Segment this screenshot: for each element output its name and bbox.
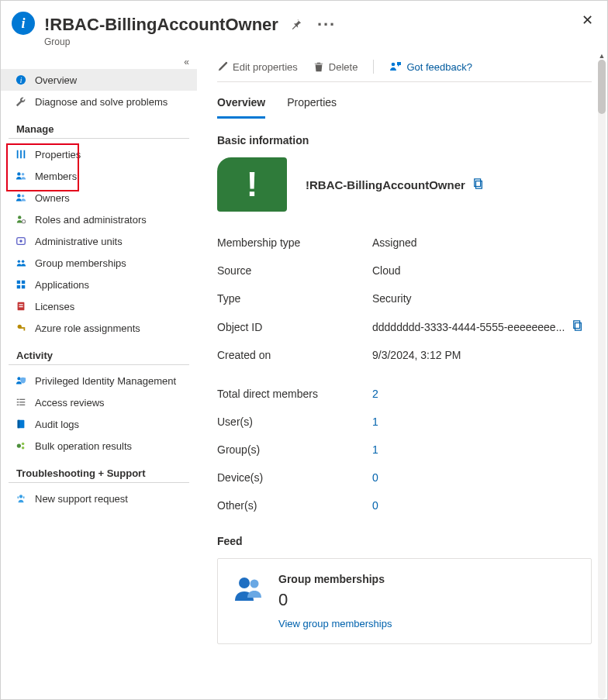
svg-point-13 — [18, 260, 21, 264]
feed-card-body: Group memberships 0 View group membershi… — [278, 573, 392, 629]
sidebar-item-audit-logs[interactable]: Audit logs — [1, 413, 197, 435]
svg-rect-2 — [17, 150, 19, 159]
sidebar-item-roles-and-administrators[interactable]: Roles and administrators — [1, 209, 197, 230]
svg-rect-15 — [17, 281, 20, 284]
scrollbar-track[interactable] — [598, 60, 606, 699]
member-value-link[interactable]: 0 — [372, 471, 592, 484]
scroll-up-button[interactable]: ▲ — [598, 53, 606, 60]
pencil-icon — [217, 61, 228, 72]
sidebar-item-members[interactable]: Members — [1, 165, 197, 187]
feed-card-title: Group memberships — [278, 573, 392, 585]
sidebar-item-label: Privileged Identity Management — [35, 375, 176, 387]
sidebar-item-label: Diagnose and solve problems — [35, 96, 168, 108]
feed-heading: Feed — [217, 535, 592, 547]
tab-overview[interactable]: Overview — [217, 88, 265, 119]
svg-point-8 — [22, 195, 25, 198]
field-object-id: Object IDdddddddd-3333-4444-5555-eeeeeee… — [217, 312, 592, 341]
svg-point-9 — [18, 216, 21, 219]
member-key: Group(s) — [217, 443, 372, 456]
basic-info-heading: Basic information — [217, 134, 592, 147]
toolbar-separator — [373, 60, 374, 74]
sidebar-item-overview[interactable]: iOverview — [1, 69, 197, 91]
support-icon — [15, 492, 27, 505]
pin-icon[interactable] — [288, 16, 305, 35]
sidebar-item-licenses[interactable]: Licenses — [1, 295, 197, 317]
svg-point-14 — [22, 260, 25, 264]
svg-text:i: i — [20, 76, 22, 84]
svg-rect-28 — [17, 402, 19, 402]
sidebar-item-owners[interactable]: Owners — [1, 187, 197, 209]
member-key: User(s) — [217, 416, 372, 428]
svg-point-35 — [22, 443, 25, 446]
sidebar-item-label: Members — [35, 171, 77, 182]
sidebar-item-properties[interactable]: Properties — [1, 143, 197, 165]
field-key: Object ID — [217, 321, 372, 333]
page-subtitle: Group — [44, 36, 582, 47]
sidebar-item-label: New support request — [35, 493, 128, 505]
svg-point-25 — [17, 377, 20, 380]
sidebar-item-label: Roles and administrators — [35, 214, 147, 226]
sidebar-item-access-reviews[interactable]: Access reviews — [1, 391, 197, 413]
copy-object-id-button[interactable] — [572, 320, 583, 333]
member-other-s-: Other(s)0 — [217, 491, 592, 519]
tab-overview-label: Overview — [217, 96, 265, 109]
sidebar-item-label: Owners — [35, 192, 70, 204]
feedback-button[interactable]: Got feedback? — [389, 60, 472, 73]
group-tile: ! — [217, 157, 287, 212]
close-button[interactable]: ✕ — [582, 12, 593, 29]
svg-rect-16 — [22, 281, 25, 284]
sidebar-item-administrative-units[interactable]: Administrative units — [1, 230, 197, 252]
people-icon — [15, 191, 27, 204]
sidebar-item-new-support-request[interactable]: New support request — [1, 488, 197, 509]
tab-properties[interactable]: Properties — [287, 88, 337, 119]
wrench-icon — [15, 95, 27, 108]
feed-card-count: 0 — [278, 590, 392, 610]
more-icon[interactable]: ··· — [314, 12, 339, 38]
svg-rect-27 — [19, 399, 25, 400]
member-value-link[interactable]: 1 — [372, 416, 592, 428]
tab-strip: Overview Properties — [217, 88, 592, 119]
feed-card-group-memberships: Group memberships 0 View group membershi… — [217, 558, 592, 644]
sliders-icon — [15, 148, 27, 160]
group-tile-row: ! !RBAC-BillingAccountOwner — [217, 157, 592, 212]
svg-rect-30 — [17, 405, 19, 405]
group-name-row: !RBAC-BillingAccountOwner — [306, 178, 484, 191]
sidebar-section-activity: Activity — [9, 339, 189, 365]
sidebar-item-privileged-identity-management[interactable]: Privileged Identity Management — [1, 370, 197, 391]
main-content: Edit properties Delete Got feedback? Ove… — [197, 53, 607, 700]
field-created-on: Created on9/3/2024, 3:12 PM — [217, 341, 592, 369]
edit-properties-button[interactable]: Edit properties — [217, 61, 298, 73]
collapse-sidebar-button[interactable]: « — [1, 57, 197, 69]
sidebar-item-label: Azure role assignments — [35, 322, 140, 334]
svg-rect-18 — [22, 285, 25, 288]
sidebar-item-applications[interactable]: Applications — [1, 274, 197, 295]
sidebar-item-label: Group memberships — [35, 257, 126, 269]
member-value-link[interactable]: 0 — [372, 499, 592, 512]
copy-name-button[interactable] — [473, 178, 484, 191]
svg-rect-17 — [17, 285, 20, 288]
info-icon: i — [15, 74, 27, 86]
member-device-s-: Device(s)0 — [217, 464, 592, 491]
svg-point-6 — [22, 173, 25, 176]
sidebar-item-azure-role-assignments[interactable]: Azure role assignments — [1, 317, 197, 339]
member-value-link[interactable]: 1 — [372, 443, 592, 456]
member-key: Other(s) — [217, 499, 372, 512]
field-value: Assigned — [372, 236, 592, 249]
sidebar-item-bulk-operation-results[interactable]: Bulk operation results — [1, 435, 197, 457]
member-key: Total direct members — [217, 388, 372, 400]
svg-point-37 — [19, 495, 22, 498]
sidebar-section-troubleshooting-support: Troubleshooting + Support — [9, 457, 189, 483]
sidebar-item-label: Overview — [35, 74, 77, 86]
sidebar: « iOverviewDiagnose and solve problems M… — [1, 53, 197, 700]
edit-properties-label: Edit properties — [233, 61, 298, 73]
scrollbar-thumb[interactable] — [598, 60, 606, 114]
command-bar: Edit properties Delete Got feedback? — [217, 60, 592, 82]
svg-point-7 — [17, 194, 20, 197]
delete-button[interactable]: Delete — [313, 61, 358, 73]
svg-point-45 — [239, 578, 250, 588]
sidebar-item-group-memberships[interactable]: Group memberships — [1, 252, 197, 274]
member-value-link[interactable]: 2 — [372, 388, 592, 400]
view-group-memberships-link[interactable]: View group memberships — [278, 618, 392, 629]
svg-rect-3 — [20, 150, 22, 159]
sidebar-item-diagnose-and-solve-problems[interactable]: Diagnose and solve problems — [1, 91, 197, 112]
